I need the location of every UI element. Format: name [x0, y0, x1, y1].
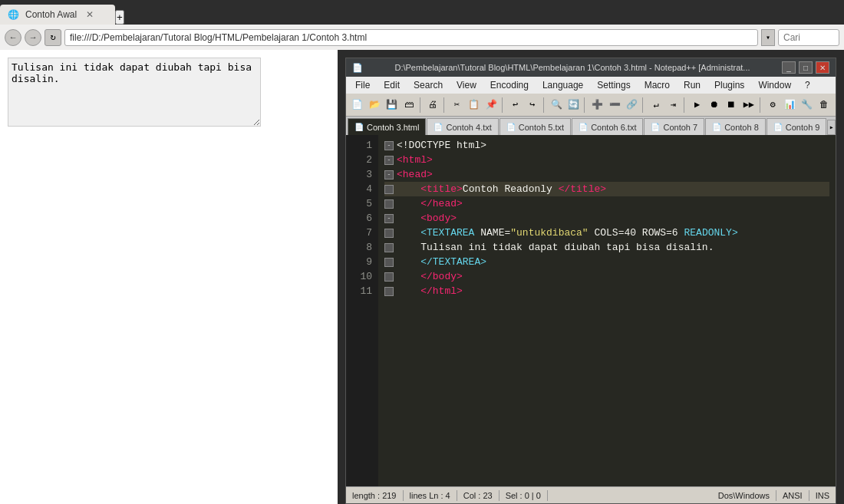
fold-9[interactable]: [384, 258, 394, 267]
tb-extra3[interactable]: 🔧: [799, 97, 815, 114]
menu-settings[interactable]: Settings: [591, 78, 636, 92]
browser-tab-bar: 🌐 Contoh Awal ✕ +: [0, 0, 844, 25]
code-token: <head>: [397, 167, 433, 182]
tb-macro4[interactable]: ▶▶: [740, 97, 757, 114]
tb-undo[interactable]: ↩: [507, 97, 523, 114]
code-token: <TEXTAREA: [397, 226, 474, 240]
tb-sep1: [420, 97, 423, 113]
tb-macro2[interactable]: ⏺: [706, 97, 722, 114]
code-token: COLS=40 ROWS=6: [588, 226, 678, 240]
refresh-button[interactable]: ↻: [45, 29, 61, 46]
tb-extra1[interactable]: ⚙: [764, 97, 780, 114]
tab-close-btn[interactable]: ✕: [86, 9, 94, 20]
npp-tabbar: 📄 Contoh 3.html 📄 Contoh 4.txt 📄 Contoh …: [346, 117, 836, 135]
npp-tab-5[interactable]: 📄 Contoh 8: [705, 118, 766, 135]
npp-tab-1[interactable]: 📄 Contoh 4.txt: [427, 118, 498, 135]
tb-sep6: [642, 97, 645, 113]
tb-redo[interactable]: ↪: [524, 97, 540, 114]
menu-edit[interactable]: Edit: [377, 78, 406, 92]
menu-run[interactable]: Run: [678, 78, 707, 92]
tb-new[interactable]: 📄: [349, 97, 365, 114]
tb-cut[interactable]: ✂: [449, 97, 465, 114]
ln-2: 2: [346, 153, 372, 167]
tab-icon-1: 📄: [434, 123, 443, 131]
tb-zoomout[interactable]: ➖: [607, 97, 623, 114]
fold-3[interactable]: -: [384, 170, 394, 180]
menu-macro[interactable]: Macro: [638, 78, 676, 92]
menu-encoding[interactable]: Encoding: [484, 78, 535, 92]
npp-tab-label-4: Contoh 7: [663, 123, 697, 132]
tab-icon-3: 📄: [579, 123, 588, 131]
fold-6[interactable]: -: [384, 214, 394, 223]
code-token: READONLY>: [678, 226, 738, 240]
tb-extra4[interactable]: 🗑: [816, 97, 832, 114]
fold-10[interactable]: [384, 272, 394, 282]
tb-sync[interactable]: 🔗: [624, 97, 640, 114]
status-encoding: ANSI: [783, 491, 803, 500]
menu-window[interactable]: Window: [752, 78, 797, 92]
tb-wrap[interactable]: ↵: [648, 97, 664, 114]
menu-search[interactable]: Search: [407, 78, 449, 92]
npp-maximize-btn[interactable]: □: [799, 61, 813, 74]
menu-language[interactable]: Language: [536, 78, 589, 92]
fold-5[interactable]: [384, 199, 394, 209]
fold-11[interactable]: [384, 287, 394, 296]
tb-indent[interactable]: ⇥: [665, 97, 681, 114]
code-token: NAME=: [474, 226, 510, 240]
fold-8[interactable]: [384, 243, 394, 252]
tab-scroll-right[interactable]: ▸: [827, 120, 836, 135]
tb-saveall[interactable]: 🗃: [401, 97, 417, 114]
browser-tab[interactable]: 🌐 Contoh Awal ✕: [0, 5, 115, 25]
code-area[interactable]: -<!DOCTYPE html> -<html> -<head> <title>…: [378, 135, 836, 486]
tab-icon-4: 📄: [651, 123, 660, 131]
browser-search-input[interactable]: [778, 29, 839, 46]
menu-view[interactable]: View: [450, 78, 483, 92]
npp-tab-4[interactable]: 📄 Contoh 7: [644, 118, 704, 135]
code-token: "untukdibaca": [510, 226, 588, 240]
npp-tab-0[interactable]: 📄 Contoh 3.html: [348, 118, 426, 135]
menu-help[interactable]: ?: [799, 78, 816, 92]
npp-tab-2[interactable]: 📄 Contoh 5.txt: [499, 118, 571, 135]
npp-close-btn[interactable]: ✕: [816, 61, 829, 74]
fold-1[interactable]: -: [384, 141, 394, 150]
tb-extra2[interactable]: 📊: [782, 97, 798, 114]
npp-minimize-btn[interactable]: _: [782, 61, 796, 74]
tb-find[interactable]: 🔍: [549, 97, 565, 114]
ln-6: 6: [346, 211, 372, 226]
tb-print[interactable]: 🖨: [424, 97, 440, 114]
code-token: </TEXTAREA>: [397, 255, 486, 269]
code-line-8: Tulisan ini tidak dapat diubah tapi bisa…: [384, 240, 829, 255]
fold-7[interactable]: [384, 229, 394, 238]
code-line-4: <title>Contoh Readonly </title>: [384, 182, 829, 196]
menu-plugins[interactable]: Plugins: [708, 78, 750, 92]
code-line-5: </head>: [384, 196, 829, 211]
menu-file[interactable]: File: [349, 78, 376, 92]
address-bar[interactable]: [64, 29, 758, 46]
browser-nav-bar: ← → ↻ ▾: [0, 25, 844, 50]
npp-tab-6[interactable]: 📄 Contoh 9: [767, 118, 827, 135]
fold-2[interactable]: -: [384, 156, 394, 165]
tb-paste[interactable]: 📌: [483, 97, 499, 114]
tab-icon-2: 📄: [506, 123, 516, 131]
tb-open[interactable]: 📂: [366, 97, 382, 114]
ln-9: 9: [346, 255, 372, 269]
npp-tab-3[interactable]: 📄 Contoh 6.txt: [572, 118, 643, 135]
ln-3: 3: [346, 167, 372, 182]
tb-macro3[interactable]: ⏹: [724, 97, 740, 114]
forward-button[interactable]: →: [25, 29, 41, 46]
ln-7: 7: [346, 226, 372, 240]
tb-macro1[interactable]: ▶: [689, 97, 705, 114]
new-tab-button[interactable]: +: [115, 10, 124, 25]
status-lines: lines Ln : 4: [410, 491, 450, 500]
address-dropdown[interactable]: ▾: [761, 29, 775, 46]
ln-8: 8: [346, 240, 372, 255]
fold-4[interactable]: [384, 185, 394, 194]
back-button[interactable]: ←: [5, 29, 21, 46]
npp-title-bar: 📄 D:\Pembelajaran\Tutoral Blog\HTML\Pemb…: [346, 58, 836, 77]
tb-replace[interactable]: 🔄: [565, 97, 582, 114]
tb-copy[interactable]: 📋: [466, 97, 482, 114]
tb-save[interactable]: 💾: [384, 97, 400, 114]
tb-zoomin[interactable]: ➕: [589, 97, 605, 114]
npp-tab-label-3: Contoh 6.txt: [591, 123, 636, 132]
ln-11: 11: [346, 284, 372, 298]
